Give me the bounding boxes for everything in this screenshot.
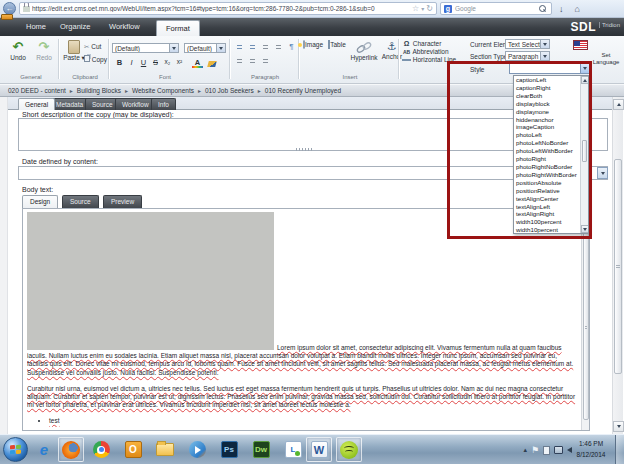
scroll-down-icon[interactable] bbox=[613, 421, 624, 432]
network-icon[interactable] bbox=[554, 446, 563, 454]
taskbar-internet-explorer[interactable]: e bbox=[31, 437, 57, 462]
subscript-button[interactable]: x₂ bbox=[162, 58, 173, 65]
scroll-down-icon[interactable] bbox=[581, 225, 589, 233]
tab-metadata[interactable]: Metadata bbox=[49, 98, 90, 110]
paste-button[interactable]: Paste ▾ bbox=[62, 40, 86, 62]
ribbon-tab-format[interactable]: Format bbox=[156, 20, 200, 36]
search-engine-label[interactable]: Google bbox=[455, 5, 536, 12]
window-scrollbar-thumb[interactable] bbox=[614, 159, 622, 374]
copy-button[interactable]: Copy bbox=[84, 55, 107, 63]
set-language-button[interactable]: Set Language bbox=[590, 52, 622, 66]
style-option[interactable]: imageCaption bbox=[514, 123, 580, 131]
align-center-button[interactable] bbox=[247, 56, 258, 66]
editor-tab-source[interactable]: Source bbox=[62, 195, 99, 208]
taskbar-word[interactable]: W bbox=[306, 437, 332, 462]
bold-button[interactable]: B bbox=[114, 58, 125, 67]
section-type-dropdown-icon[interactable] bbox=[540, 52, 549, 60]
outdent-button[interactable] bbox=[260, 42, 271, 52]
style-option[interactable]: hiddenanchor bbox=[514, 116, 580, 124]
browser-tab-favicon[interactable] bbox=[1, 14, 13, 20]
ribbon-tab-workflow[interactable]: Workflow bbox=[109, 22, 140, 31]
breadcrumb-item[interactable]: 010 Recently Unemployed bbox=[265, 87, 341, 94]
refresh-icon[interactable]: ↻ bbox=[426, 3, 433, 15]
breadcrumb-item[interactable]: Building Blocks bbox=[77, 87, 121, 94]
abbreviation-button[interactable]: AB Abbreviation bbox=[402, 48, 449, 55]
style-option[interactable]: displaynone bbox=[514, 108, 580, 116]
taskbar-media-player[interactable] bbox=[184, 437, 210, 462]
tray-expand-icon[interactable]: ▴ bbox=[523, 446, 527, 454]
action-center-flag-icon[interactable]: ⚑ bbox=[531, 445, 539, 455]
tab-info[interactable]: Info bbox=[151, 98, 176, 110]
bookmark-star-icon[interactable]: ☆ bbox=[412, 3, 419, 15]
url-dropdown-icon[interactable]: ▾ bbox=[421, 3, 424, 15]
tray-document-icon[interactable] bbox=[543, 446, 550, 455]
superscript-button[interactable]: x² bbox=[174, 58, 185, 65]
style-option[interactable]: photoLeftNoBorder bbox=[514, 139, 580, 147]
style-select[interactable] bbox=[509, 63, 590, 74]
tab-workflow[interactable]: Workflow bbox=[115, 98, 156, 110]
editor-content[interactable]: Lorem ipsum dolor sit amet, consectetur … bbox=[27, 212, 579, 427]
style-option[interactable]: photoLeftWithBorder bbox=[514, 147, 580, 155]
style-option[interactable]: textAlignLeft bbox=[514, 203, 580, 211]
breadcrumb-item[interactable]: 020 DEED - content bbox=[8, 87, 66, 94]
ribbon-tab-organize[interactable]: Organize bbox=[60, 22, 90, 31]
home-icon[interactable]: ⌂ bbox=[571, 2, 584, 16]
start-button[interactable] bbox=[3, 437, 28, 462]
indent-button[interactable] bbox=[273, 42, 284, 52]
align-left-button[interactable] bbox=[234, 56, 245, 66]
dropdown-scrollbar[interactable] bbox=[580, 76, 588, 233]
rich-text-editor[interactable]: Lorem ipsum dolor sit amet, consectetur … bbox=[22, 208, 590, 431]
downloads-icon[interactable]: ↓ bbox=[555, 2, 568, 16]
cut-button[interactable]: ✂ Cut bbox=[84, 43, 101, 51]
style-option[interactable]: positionRelative bbox=[514, 187, 580, 195]
taskbar-firefox[interactable] bbox=[58, 437, 84, 462]
underline-button[interactable]: U bbox=[138, 58, 149, 67]
url-text[interactable]: https://edit.ext.cms.oet.mn.gov/WebUI/it… bbox=[32, 5, 410, 12]
style-option[interactable]: photoRightWithBorder bbox=[514, 171, 580, 179]
taskbar-windows-explorer[interactable] bbox=[152, 437, 178, 462]
editor-scrollbar[interactable] bbox=[581, 209, 589, 430]
editor-tab-preview[interactable]: Preview bbox=[103, 195, 142, 208]
taskbar-clock[interactable]: 1:46 PM 8/12/2014 bbox=[572, 438, 610, 460]
style-option[interactable]: captionRight bbox=[514, 84, 580, 92]
style-option[interactable]: width10percent bbox=[514, 226, 580, 233]
search-box[interactable]: g Google bbox=[440, 2, 552, 15]
font-family-select[interactable]: (Default) bbox=[112, 43, 179, 53]
breadcrumb-item[interactable]: 010 Job Seekers bbox=[205, 87, 254, 94]
font-family-dropdown-icon[interactable] bbox=[169, 44, 178, 52]
scroll-up-icon[interactable] bbox=[613, 99, 624, 110]
font-color-button[interactable]: A bbox=[192, 58, 203, 68]
align-right-button[interactable] bbox=[260, 56, 271, 66]
redo-button[interactable]: ↷ Redo bbox=[32, 40, 56, 61]
section-type-select[interactable]: Paragraph bbox=[505, 51, 550, 61]
taskbar-photoshop[interactable]: Ps bbox=[216, 437, 242, 462]
style-option[interactable]: displayblock bbox=[514, 100, 580, 108]
paragraph-mark-button[interactable]: ¶ bbox=[286, 41, 297, 51]
style-option[interactable]: photoRightNoBorder bbox=[514, 163, 580, 171]
style-option[interactable]: width100percent bbox=[514, 218, 580, 226]
insert-hyperlink-button[interactable]: Hyperlink bbox=[349, 41, 379, 61]
search-icon[interactable] bbox=[539, 5, 548, 12]
undo-button[interactable]: ↶ Undo bbox=[6, 40, 30, 61]
style-option[interactable]: photoLeft bbox=[514, 131, 580, 139]
editor-tab-design[interactable]: Design bbox=[22, 195, 58, 208]
address-bar[interactable]: https://edit.ext.cms.oet.mn.gov/WebUI/it… bbox=[19, 2, 437, 15]
taskbar-spotify[interactable] bbox=[336, 437, 362, 462]
style-dropdown-icon[interactable] bbox=[580, 64, 589, 73]
style-option[interactable]: positionAbsolute bbox=[514, 179, 580, 187]
font-size-select[interactable]: (Default) bbox=[184, 43, 226, 53]
font-size-dropdown-icon[interactable] bbox=[216, 44, 225, 52]
resize-grip[interactable] bbox=[296, 148, 312, 151]
taskbar-chrome[interactable] bbox=[88, 437, 114, 462]
breadcrumb-item[interactable]: Website Components bbox=[132, 87, 194, 94]
taskbar-lync[interactable]: L bbox=[280, 437, 306, 462]
style-option[interactable]: textAlignRight bbox=[514, 210, 580, 218]
style-option[interactable]: photoRight bbox=[514, 155, 580, 163]
insert-image-button[interactable]: Image bbox=[302, 41, 324, 48]
horizontal-line-button[interactable]: Horizontal Line bbox=[402, 56, 456, 63]
date-dropdown-button[interactable] bbox=[597, 167, 608, 179]
window-scrollbar[interactable] bbox=[612, 97, 623, 434]
insert-table-button[interactable]: Table bbox=[326, 41, 348, 48]
current-elements-dropdown-icon[interactable] bbox=[540, 40, 549, 48]
character-button[interactable]: Ω Character bbox=[402, 40, 441, 47]
